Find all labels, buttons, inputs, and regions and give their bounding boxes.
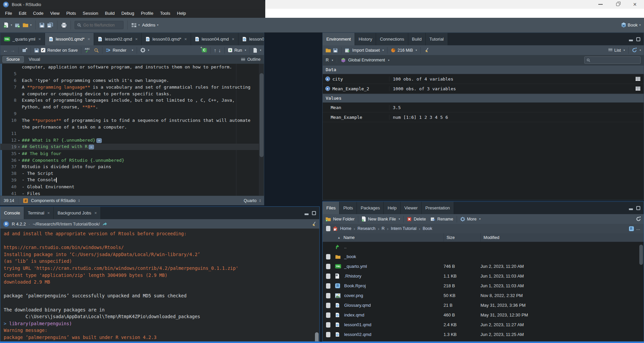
file-row-book-rproj[interactable]: RBook.Rproj218 BJun 1, 2023, 11:03 AM [323,281,644,291]
close-button-icon[interactable]: × [633,3,637,6]
source-tab-lesson02-qmd[interactable]: lesson02.qmd× [94,33,142,45]
file-checkbox[interactable] [326,303,330,308]
more-label[interactable]: More [467,217,476,222]
select-all-checkbox[interactable] [326,226,330,231]
maximize-pane-icon[interactable] [636,37,640,41]
find-icon[interactable] [94,48,99,53]
fold-toggle-icon[interactable]: ▸ [16,145,22,148]
console-output[interactable]: ad and install the appropriate version o… [0,229,319,342]
environment-tab-environment[interactable]: Environment [323,33,355,45]
save-file-icon[interactable] [34,48,39,53]
save-workspace-icon[interactable] [333,48,338,53]
editor-scrollbar[interactable] [259,64,264,196]
back-icon[interactable]: ← [3,47,8,53]
close-tab-icon[interactable]: × [135,37,138,42]
menu-plots[interactable]: Plots [63,11,79,16]
new-folder-icon[interactable] [325,217,331,222]
files-tab-help[interactable]: Help [384,202,401,214]
console-tab-background-jobs[interactable]: Background Jobs× [54,207,101,219]
memory-usage-icon[interactable] [391,48,396,53]
file-row-lesson03-qmd[interactable]: lesson03.qmd121 BMay 31, 2023, 4:05 PM [323,339,644,341]
menu-session[interactable]: Session [79,11,101,16]
file-name[interactable]: index.qmd [344,312,444,317]
print-button[interactable] [61,22,67,28]
menu-build[interactable]: Build [102,11,118,16]
fold-toggle-icon[interactable]: ▾ [16,158,22,162]
goto-file-input[interactable] [83,23,120,28]
file-name[interactable]: .Rhistory [344,274,444,279]
file-name[interactable]: Book.Rproj [344,283,444,288]
delete-file-label[interactable]: Delete [414,217,426,222]
minimize-pane-icon[interactable] [629,208,633,210]
goto-file-search[interactable] [75,21,124,29]
new-blank-file-icon[interactable] [362,216,366,222]
file-name[interactable]: _quarto.yml [344,264,444,269]
file-checkbox[interactable] [326,293,330,298]
sort-ascending-icon[interactable]: ▲ [337,236,340,239]
close-tab-icon[interactable]: × [94,210,97,215]
folded-section-badge[interactable]: ⇔ [89,145,94,149]
refresh-files-icon[interactable] [636,216,641,222]
file-name[interactable]: lesson02.qmd [344,332,444,337]
new-project-button[interactable] [14,22,20,28]
visual-mode-button[interactable]: Visual [25,56,44,62]
rename-file-label[interactable]: Rename [437,217,453,222]
source-tab-lesson05-qmd[interactable]: lesson05.qmd× [238,33,264,45]
gear-icon[interactable] [140,48,145,53]
import-dataset-icon[interactable] [345,48,350,53]
go-previous-section-icon[interactable]: ↑ [214,47,217,53]
breadcrumb-research[interactable]: Research [358,226,376,231]
maximize-pane-icon[interactable] [312,211,316,215]
menu-debug[interactable]: Debug [118,11,137,16]
environment-search-input[interactable] [592,58,636,62]
addins-button[interactable]: Addins▾ [142,22,158,28]
open-file-button[interactable]: ▾ [22,22,32,28]
spellcheck-icon[interactable]: ABC✓ [85,48,90,50]
menu-help[interactable]: Help [174,11,189,16]
file-row-[interactable]: .. [323,242,644,252]
file-name[interactable]: cover.png [344,293,444,298]
file-type-selector[interactable]: Quarto [244,198,257,203]
close-tab-icon[interactable]: × [88,37,90,42]
insert-chunk-icon[interactable]: C [202,48,207,52]
code-editor[interactable]: computer, application or software progra… [0,64,264,196]
environment-tab-tutorial[interactable]: Tutorial [426,33,448,45]
fold-toggle-icon[interactable]: ▾ [16,152,22,155]
environment-tab-connections[interactable]: Connections [376,33,408,45]
file-row-rhistory[interactable]: .Rhistory1.1 KBJun 1, 2023, 11:03 AM [323,271,644,281]
popout-icon[interactable] [22,48,27,52]
files-scrollbar[interactable] [639,245,643,265]
restore-button-icon[interactable] [616,3,619,6]
file-name[interactable]: _book [344,254,444,259]
file-checkbox[interactable] [326,322,330,328]
source-tab-lesson03-qmd[interactable]: lesson03.qmd*× [142,33,191,45]
file-row-book[interactable]: _book [323,252,644,261]
menu-code[interactable]: Code [30,11,47,16]
file-row-quarto-yml[interactable]: YML_quarto.yml746 BJun 2, 2023, 11:20 AM [323,261,644,271]
menu-profile[interactable]: Profile [138,11,157,16]
breadcrumb-r[interactable]: R [382,226,385,231]
console-scrollbar[interactable] [315,332,319,342]
section-navigator[interactable]: Components of RStudio [31,198,76,203]
language-selector[interactable]: R [326,58,329,62]
close-tab-icon[interactable]: × [232,37,235,42]
environment-object-city[interactable]: ▶city100 obs. of 4 variables [323,74,644,84]
source-tab-lesson04-qmd[interactable]: lesson04.qmd× [191,33,239,45]
load-workspace-icon[interactable] [325,48,331,53]
file-row-lesson01-qmd[interactable]: lesson01.qmd2.4 KBJun 2, 2023, 11:27 AM [323,320,644,330]
list-view-icon[interactable] [608,48,612,53]
file-row-index-qmd[interactable]: index.qmd460 BMay 31, 2023, 12:30 PM [323,310,644,320]
menu-tools[interactable]: Tools [157,11,174,16]
import-dataset-label[interactable]: Import Dataset [352,48,380,53]
column-size[interactable]: Size [444,233,480,242]
go-next-section-icon[interactable]: ↓ [219,47,221,53]
pane-layout-button[interactable]: ▾ [131,23,140,28]
files-tab-viewer[interactable]: Viewer [401,202,422,214]
menu-file[interactable]: File [2,11,15,16]
breadcrumb-more-button[interactable]: … [636,226,641,231]
source-tab-lesson01-qmd[interactable]: lesson01.qmd*× [45,33,94,45]
rename-file-icon[interactable] [430,217,435,221]
console-tab-terminal[interactable]: Terminal× [24,207,54,219]
source-mode-button[interactable]: Source [2,56,24,63]
view-data-grid-icon[interactable] [635,86,641,91]
